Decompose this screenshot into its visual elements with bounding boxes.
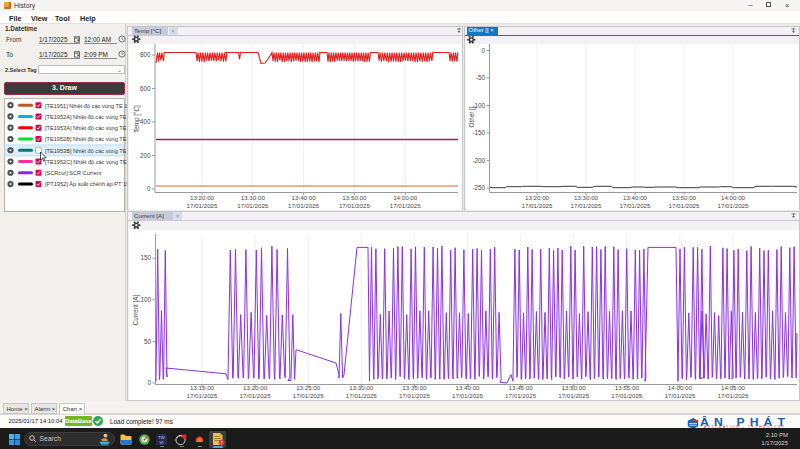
svg-text:17/01/2025: 17/01/2025 bbox=[452, 392, 484, 399]
svg-text:-50: -50 bbox=[476, 74, 486, 81]
svg-text:17/01/2025: 17/01/2025 bbox=[339, 202, 371, 209]
svg-text:0: 0 bbox=[147, 185, 151, 192]
svg-text:17/01/2025: 17/01/2025 bbox=[664, 392, 696, 399]
svg-text:14:00:00: 14:00:00 bbox=[721, 194, 746, 201]
svg-text:Current [A]: Current [A] bbox=[132, 295, 140, 326]
svg-text:14:00:00: 14:00:00 bbox=[393, 194, 418, 201]
svg-text:0: 0 bbox=[481, 47, 485, 54]
svg-text:Other []: Other [] bbox=[468, 106, 476, 127]
svg-text:13:30:00: 13:30:00 bbox=[349, 384, 374, 391]
svg-text:14:05:00: 14:05:00 bbox=[721, 384, 746, 391]
svg-text:13:15:00: 13:15:00 bbox=[190, 384, 215, 391]
svg-text:17/01/2025: 17/01/2025 bbox=[237, 202, 269, 209]
svg-text:17/01/2025: 17/01/2025 bbox=[611, 392, 643, 399]
svg-text:17/01/2025: 17/01/2025 bbox=[293, 392, 325, 399]
svg-text:13:20:00: 13:20:00 bbox=[243, 384, 268, 391]
svg-text:13:40:00: 13:40:00 bbox=[623, 194, 648, 201]
svg-text:-200: -200 bbox=[472, 157, 485, 164]
svg-text:13:50:00: 13:50:00 bbox=[672, 194, 697, 201]
svg-text:17/01/2025: 17/01/2025 bbox=[187, 202, 219, 209]
svg-text:13:35:00: 13:35:00 bbox=[402, 384, 427, 391]
svg-text:Temp [°C]: Temp [°C] bbox=[133, 105, 141, 133]
svg-text:17/01/2025: 17/01/2025 bbox=[390, 202, 422, 209]
svg-text:600: 600 bbox=[140, 85, 151, 92]
svg-text:13:50:00: 13:50:00 bbox=[562, 384, 587, 391]
svg-text:400: 400 bbox=[140, 118, 151, 125]
svg-text:17/01/2025: 17/01/2025 bbox=[558, 392, 590, 399]
svg-text:13:45:00: 13:45:00 bbox=[509, 384, 534, 391]
svg-text:13:55:00: 13:55:00 bbox=[615, 384, 640, 391]
svg-text:200: 200 bbox=[140, 152, 151, 159]
svg-text:13:30:00: 13:30:00 bbox=[241, 194, 266, 201]
svg-text:17/01/2025: 17/01/2025 bbox=[522, 202, 554, 209]
svg-text:13:40:00: 13:40:00 bbox=[292, 194, 317, 201]
svg-text:17/01/2025: 17/01/2025 bbox=[288, 202, 320, 209]
svg-text:17/01/2025: 17/01/2025 bbox=[187, 392, 219, 399]
svg-text:13:50:00: 13:50:00 bbox=[342, 194, 367, 201]
svg-text:0: 0 bbox=[147, 379, 151, 386]
svg-text:17/01/2025: 17/01/2025 bbox=[571, 202, 603, 209]
svg-text:17/01/2025: 17/01/2025 bbox=[505, 392, 537, 399]
svg-text:50: 50 bbox=[144, 338, 152, 345]
svg-text:13:20:00: 13:20:00 bbox=[190, 194, 215, 201]
svg-text:800: 800 bbox=[140, 51, 151, 58]
svg-text:150: 150 bbox=[140, 254, 151, 261]
svg-text:-250: -250 bbox=[472, 184, 485, 191]
svg-text:13:40:00: 13:40:00 bbox=[455, 384, 480, 391]
svg-text:13:20:00: 13:20:00 bbox=[525, 194, 550, 201]
svg-text:17/01/2025: 17/01/2025 bbox=[399, 392, 431, 399]
svg-text:14:00:00: 14:00:00 bbox=[668, 384, 693, 391]
svg-text:VI: VI bbox=[160, 439, 164, 444]
svg-text:17/01/2025: 17/01/2025 bbox=[718, 392, 750, 399]
svg-text:17/01/2025: 17/01/2025 bbox=[718, 202, 750, 209]
svg-text:13:25:00: 13:25:00 bbox=[296, 384, 321, 391]
svg-text:17/01/2025: 17/01/2025 bbox=[620, 202, 652, 209]
svg-text:13:30:00: 13:30:00 bbox=[574, 194, 599, 201]
svg-text:17/01/2025: 17/01/2025 bbox=[346, 392, 378, 399]
svg-text:17/01/2025: 17/01/2025 bbox=[240, 392, 272, 399]
svg-text:-150: -150 bbox=[472, 129, 485, 136]
svg-text:100: 100 bbox=[140, 296, 151, 303]
svg-text:17/01/2025: 17/01/2025 bbox=[669, 202, 701, 209]
